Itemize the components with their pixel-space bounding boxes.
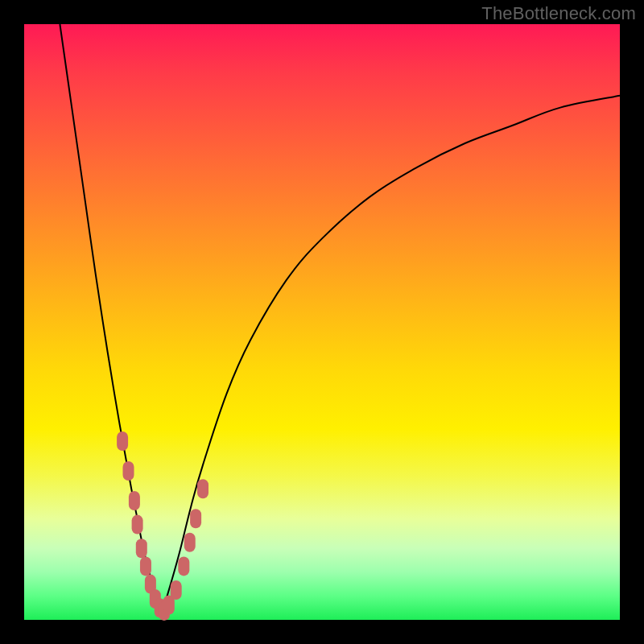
data-marker bbox=[117, 431, 128, 451]
data-marker bbox=[136, 539, 147, 558]
data-marker bbox=[140, 556, 151, 576]
curve-right-branch bbox=[161, 96, 620, 614]
data-marker bbox=[197, 479, 208, 498]
marker-group bbox=[117, 431, 208, 621]
data-marker bbox=[129, 491, 140, 510]
data-marker bbox=[190, 509, 201, 528]
curve-left-branch bbox=[60, 24, 161, 614]
data-marker bbox=[171, 580, 182, 600]
chart-frame: TheBottleneck.com bbox=[0, 0, 644, 644]
watermark-text: TheBottleneck.com bbox=[481, 3, 636, 24]
data-marker bbox=[178, 556, 189, 576]
data-marker bbox=[123, 461, 134, 481]
plot-area bbox=[24, 24, 620, 620]
data-marker bbox=[132, 515, 143, 535]
curve-layer bbox=[24, 24, 620, 620]
data-marker bbox=[184, 533, 196, 552]
